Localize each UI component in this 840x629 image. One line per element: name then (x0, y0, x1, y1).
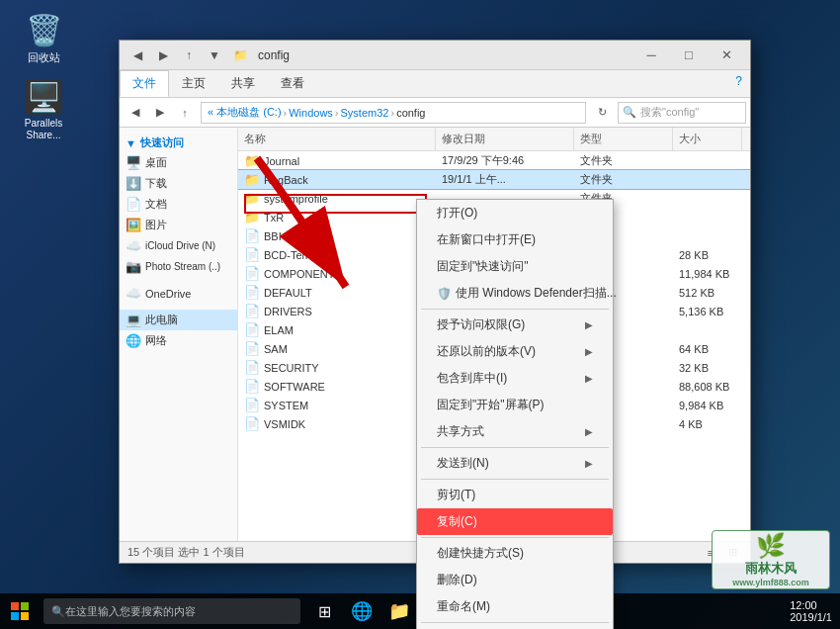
ctx-include-library[interactable]: 包含到库中(I) ▶ (417, 365, 613, 392)
tab-home[interactable]: 主页 (169, 70, 218, 97)
ctx-divider-5 (421, 622, 609, 623)
address-bar: ◀ ▶ ↑ « 本地磁盘 (C:) › Windows › System32 ›… (120, 98, 750, 128)
taskbar-search[interactable]: 🔍 在这里输入您要搜索的内容 (43, 598, 300, 624)
sidebar-item-thispc[interactable]: 💻 此电脑 (120, 310, 237, 330)
ctx-divider-1 (421, 309, 609, 310)
desktop-icon-parallels[interactable]: 🖥️ ParallelsShare... (14, 79, 73, 141)
help-button[interactable]: ? (727, 70, 750, 97)
search-box[interactable]: 🔍 搜索"config" (618, 102, 746, 124)
minimize-button[interactable]: ─ (633, 42, 669, 69)
taskbar-search-text: 在这里输入您要搜索的内容 (65, 604, 196, 619)
ctx-divider-3 (421, 479, 609, 480)
ctx-send-to[interactable]: 发送到(N) ▶ (417, 450, 613, 477)
ctx-defender[interactable]: 🛡️ 使用 Windows Defender扫描... (417, 280, 613, 307)
address-path[interactable]: « 本地磁盘 (C:) › Windows › System32 › confi… (201, 102, 586, 124)
title-bar-nav: ◀ ▶ ↑ ▼ (126, 44, 226, 67)
watermark: 🌿 雨林木风 www.ylmf888.com (712, 530, 830, 589)
submenu-arrow: ▶ (585, 346, 593, 357)
desktop: 🗑️ 回收站 🖥️ ParallelsShare... ◀ ▶ ↑ ▼ 📁 co… (0, 0, 840, 629)
ctx-share[interactable]: 共享方式 ▶ (417, 418, 613, 445)
svg-rect-4 (21, 612, 29, 620)
file-size: 28 KB (673, 247, 742, 263)
ctx-restore[interactable]: 还原以前的版本(V) ▶ (417, 338, 613, 365)
ctx-copy[interactable]: 复制(C) (417, 508, 613, 535)
ctx-create-shortcut[interactable]: 创建快捷方式(S) (417, 540, 613, 567)
file-size: 32 KB (673, 360, 742, 376)
table-row-regback[interactable]: 📁RegBack 19/1/1 上午... 文件夹 (238, 170, 750, 189)
quick-access-header: ▼ 快速访问 (120, 132, 237, 152)
addr-back-button[interactable]: ◀ (124, 101, 147, 125)
file-type: 文件夹 (574, 170, 673, 189)
recycle-bin-icon: 🗑️ (26, 12, 61, 47)
window-controls: ─ □ ✕ (633, 42, 744, 69)
refresh-button[interactable]: ↻ (590, 101, 614, 125)
ribbon: 文件 主页 共享 查看 ? (120, 70, 750, 98)
file-date: 17/9/29 下午9:46 (436, 151, 574, 170)
network-icon: 🌐 (126, 333, 141, 348)
close-button[interactable]: ✕ (709, 42, 744, 69)
addr-forward-button[interactable]: ▶ (148, 101, 172, 125)
col-date[interactable]: 修改日期 (436, 128, 574, 150)
col-name[interactable]: 名称 (238, 128, 436, 150)
col-type[interactable]: 类型 (574, 128, 673, 150)
file-list-header: 名称 修改日期 类型 大小 (238, 128, 750, 151)
ctx-share-access[interactable]: 授予访问权限(G) ▶ (417, 312, 613, 338)
desktop-icon-recycle-bin[interactable]: 🗑️ 回收站 (14, 12, 73, 65)
defender-icon: 🛡️ (437, 287, 452, 301)
tab-file[interactable]: 文件 (120, 70, 169, 97)
file-icon: 📄 (244, 341, 260, 356)
ctx-pin-start[interactable]: 固定到"开始"屏幕(P) (417, 392, 613, 418)
ctx-properties[interactable]: 属性(R) (417, 625, 613, 629)
ctx-open[interactable]: 打开(O) (417, 200, 613, 226)
folder-icon: 📁 (244, 191, 260, 206)
table-row[interactable]: 📁Journal 17/9/29 下午9:46 文件夹 (238, 151, 750, 170)
start-button[interactable] (0, 593, 40, 629)
ctx-open-new[interactable]: 在新窗口中打开(E) (417, 226, 613, 253)
ctx-rename[interactable]: 重命名(M) (417, 593, 613, 620)
up-button[interactable]: ↑ (177, 44, 201, 67)
recycle-bin-label: 回收站 (28, 50, 60, 65)
file-size: 4 KB (673, 416, 742, 432)
file-size (673, 216, 742, 220)
recent-button[interactable]: ▼ (203, 44, 226, 67)
sidebar-item-onedrive[interactable]: ☁️ OneDrive (120, 283, 237, 304)
tab-view[interactable]: 查看 (268, 70, 317, 97)
ctx-cut[interactable]: 剪切(T) (417, 482, 613, 508)
forward-button[interactable]: ▶ (151, 44, 175, 67)
submenu-arrow: ▶ (585, 373, 593, 384)
sidebar-item-downloads[interactable]: ⬇️ 下载 (120, 173, 237, 194)
submenu-arrow: ▶ (585, 426, 593, 437)
icloud-icon: ☁️ (126, 238, 141, 253)
ctx-delete[interactable]: 删除(D) (417, 567, 613, 593)
svg-rect-1 (11, 602, 19, 610)
sidebar-item-network[interactable]: 🌐 网络 (120, 330, 237, 351)
file-size: 512 KB (673, 285, 742, 301)
file-date: 19/1/1 上午... (436, 170, 574, 189)
search-icon: 🔍 (623, 106, 636, 119)
taskview-button[interactable]: ⊞ (308, 595, 340, 627)
tab-share[interactable]: 共享 (218, 70, 268, 97)
file-icon: 📄 (244, 266, 260, 281)
search-placeholder: 搜索"config" (640, 105, 699, 120)
sidebar-item-desktop[interactable]: 🖥️ 桌面 (120, 152, 237, 173)
file-name: DRIVERS (264, 306, 312, 317)
col-size[interactable]: 大小 (673, 128, 742, 150)
file-name: COMPONENTS (264, 268, 342, 280)
svg-rect-3 (11, 612, 19, 620)
sidebar-item-icloud[interactable]: ☁️ iCloud Drive (N) (120, 235, 237, 256)
search-icon: 🔍 (51, 605, 65, 618)
addr-up-button[interactable]: ↑ (173, 101, 197, 125)
path-sep-2: › (335, 107, 339, 119)
ctx-pin-quickaccess[interactable]: 固定到"快速访问" (417, 253, 613, 280)
back-button[interactable]: ◀ (126, 44, 149, 67)
sidebar-item-photostream[interactable]: 📷 Photo Stream (..) (120, 256, 237, 277)
thispc-icon: 💻 (126, 313, 141, 327)
explorer-taskbar-icon[interactable]: 📁 (383, 595, 415, 627)
sidebar-item-pictures[interactable]: 🖼️ 图片 (120, 215, 237, 235)
maximize-button[interactable]: □ (671, 42, 707, 69)
file-size (673, 178, 742, 182)
folder-icon: 📁 (244, 172, 260, 187)
path-sep-3: › (390, 107, 394, 119)
sidebar-item-documents[interactable]: 📄 文档 (120, 194, 237, 215)
edge-icon[interactable]: 🌐 (346, 595, 378, 627)
